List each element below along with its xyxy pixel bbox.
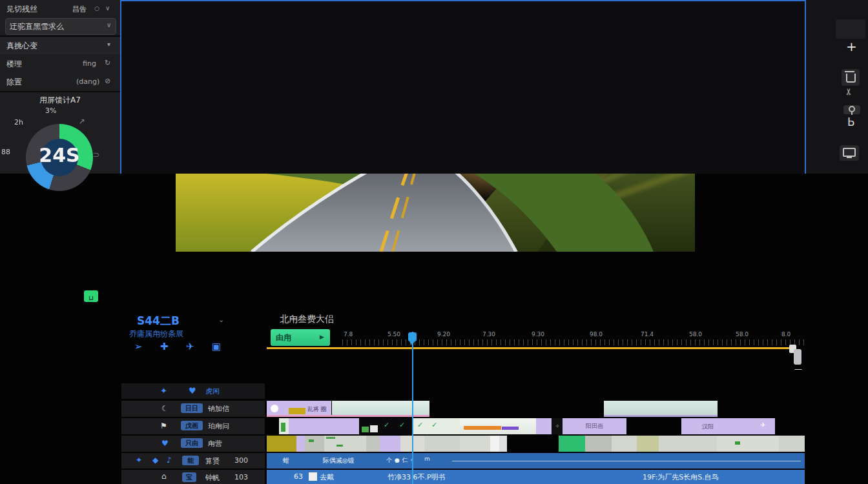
track-badge: 戊画: [181, 421, 203, 430]
clip-segment[interactable]: [366, 436, 380, 452]
section-header-label: 真挑心变: [6, 41, 37, 52]
clip-label: 汉阳: [702, 423, 714, 431]
reset-icon[interactable]: ↻: [105, 59, 110, 67]
scrollbar-handle[interactable]: [794, 349, 801, 365]
clip-segment[interactable]: [612, 436, 637, 452]
bar-right-label: 19F:为厂先S长甪S.自鸟: [643, 472, 719, 482]
clip-accent-strip: [604, 415, 718, 417]
timeline-header-label: 北甪叁费大侣: [280, 314, 334, 325]
track-row-header[interactable]: ♥ 只由 甪营: [121, 436, 265, 452]
track-badge: 日日: [181, 403, 203, 413]
fly-icon[interactable]: ✈: [186, 341, 194, 352]
zoom-out-button[interactable]: —: [794, 365, 802, 374]
moon-icon[interactable]: ☾: [161, 404, 169, 413]
bar-note: m: [424, 456, 430, 462]
ruler-tick-label: 7.30: [482, 331, 495, 338]
clip[interactable]: ✓ ✓: [413, 418, 460, 434]
clip-thumb[interactable]: [279, 418, 289, 434]
clip[interactable]: 汉阳 ✈: [681, 418, 775, 434]
param2-value[interactable]: (dang): [76, 77, 99, 86]
clip[interactable]: [536, 418, 552, 434]
paw-icon[interactable]: ✦: [160, 386, 167, 396]
circle-indicator[interactable]: ○: [94, 5, 99, 12]
chevron-down-icon: ∨: [107, 21, 111, 28]
clip-segment-green[interactable]: [559, 436, 585, 452]
pin-icon: [849, 106, 855, 112]
bar-left-value: 63: [294, 472, 303, 481]
clip-dark[interactable]: ✓ ✓: [359, 418, 413, 434]
playhead-tail: [409, 341, 415, 345]
track-row-header[interactable]: ✦ ♥ 虎闲: [121, 383, 265, 399]
clip-segment[interactable]: [717, 436, 779, 452]
clip-tool-active-icon[interactable]: ⊔: [84, 290, 98, 302]
crane-icon[interactable]: ✦: [136, 456, 142, 465]
delete-button[interactable]: [842, 69, 860, 86]
motion-icon[interactable]: ➢: [134, 341, 143, 352]
record-button[interactable]: 由甪 ▶: [271, 329, 330, 346]
diamond-icon[interactable]: ◆: [152, 456, 158, 465]
ruler-tick-label: 71.4: [641, 331, 654, 338]
clip-segment[interactable]: [267, 436, 296, 452]
add-track-button[interactable]: +: [846, 39, 857, 54]
clip-segment[interactable]: [460, 436, 490, 452]
playhead-handle[interactable]: [408, 332, 417, 341]
dropdown-value: 迂驼直黑雪求么: [10, 21, 64, 32]
source-dropdown[interactable]: 迂驼直黑雪求么 ∨: [5, 18, 116, 35]
record-button-label: 由甪: [276, 332, 291, 343]
clip[interactable]: 阳田画: [563, 418, 626, 434]
clip[interactable]: [289, 418, 359, 434]
section-header-row[interactable]: 真挑心变 ▾: [0, 37, 120, 54]
play-icon: ▶: [320, 334, 324, 340]
arrow-up-right-icon[interactable]: ↗: [79, 117, 85, 126]
disable-icon[interactable]: ⊘: [105, 77, 110, 85]
timeline-panel: [120, 0, 806, 174]
panel-row1-value[interactable]: 昌告: [72, 5, 87, 14]
clip-icon-box[interactable]: ✧: [552, 418, 563, 434]
thumb-detail: [281, 423, 285, 432]
flag-icon[interactable]: ⚑: [160, 421, 167, 430]
app-window: ID4O 7K Q: — 既明 ⋈ ▶ 广宁白闺星 » Γ4 4X B1 55 …: [0, 0, 868, 484]
home-icon[interactable]: ⌂: [161, 472, 167, 481]
heart-icon[interactable]: ♥: [161, 439, 169, 448]
fleck: [735, 441, 740, 445]
track-label: 钟帆: [205, 473, 220, 483]
clip-segment[interactable]: [585, 436, 612, 452]
clip-segment[interactable]: [424, 436, 460, 452]
track-row-header[interactable]: ⌂ 宝 钟帆 103: [121, 470, 265, 484]
display-button[interactable]: [840, 145, 859, 161]
chevron-down-icon[interactable]: ∨: [105, 5, 110, 12]
clip-segment[interactable]: [779, 436, 805, 452]
ruler-tick-label: 9.20: [437, 331, 450, 338]
clip-segment[interactable]: [305, 436, 324, 452]
clip-segment[interactable]: [296, 436, 305, 452]
timeline-title[interactable]: S44二B: [137, 314, 180, 328]
clip-label: 乱将 圈: [307, 405, 327, 414]
clip-segment[interactable]: [637, 436, 659, 452]
track-row-header[interactable]: ⚑ 戊画 珀甪问: [121, 418, 265, 434]
cut-button[interactable]: ✂: [843, 88, 854, 96]
clip-segment[interactable]: [659, 436, 717, 452]
layers-button[interactable]: Ь: [847, 116, 855, 128]
clip-label: 阳田画: [586, 423, 603, 429]
note-icon[interactable]: ♪: [167, 456, 172, 465]
track-label: 算贤: [205, 456, 220, 466]
timeline-range-bar[interactable]: [267, 347, 794, 349]
swatch-green: [362, 427, 369, 432]
clip-thumbnail[interactable]: [460, 418, 536, 434]
clip-segment[interactable]: [490, 436, 499, 452]
chevron-down-icon[interactable]: ⌄: [218, 316, 224, 324]
subtitle-track-bar[interactable]: 蚶 际偶减◎锻 个●仁亻 m: [267, 453, 805, 469]
param1-value[interactable]: fing: [83, 59, 96, 68]
swatch-white: [370, 425, 378, 432]
shield-icon[interactable]: ♥: [189, 386, 196, 396]
audio-track-bar[interactable]: 63 去戴 竹净33 6不.P明书 19F:为厂先S长甪S.自鸟: [267, 470, 805, 484]
clip-segment[interactable]: [499, 436, 507, 452]
add-icon[interactable]: ✚: [160, 341, 169, 352]
clip-segment[interactable]: [380, 436, 400, 452]
track-row-header[interactable]: ☾ 日日 钠加信: [121, 401, 265, 417]
playhead[interactable]: [412, 332, 413, 484]
track-row-header[interactable]: ✦ ◆ ♪ 能 算贤 300: [121, 453, 265, 469]
pin-button[interactable]: [843, 105, 860, 114]
box-icon[interactable]: ▣: [212, 341, 221, 352]
fleck: [336, 445, 343, 447]
